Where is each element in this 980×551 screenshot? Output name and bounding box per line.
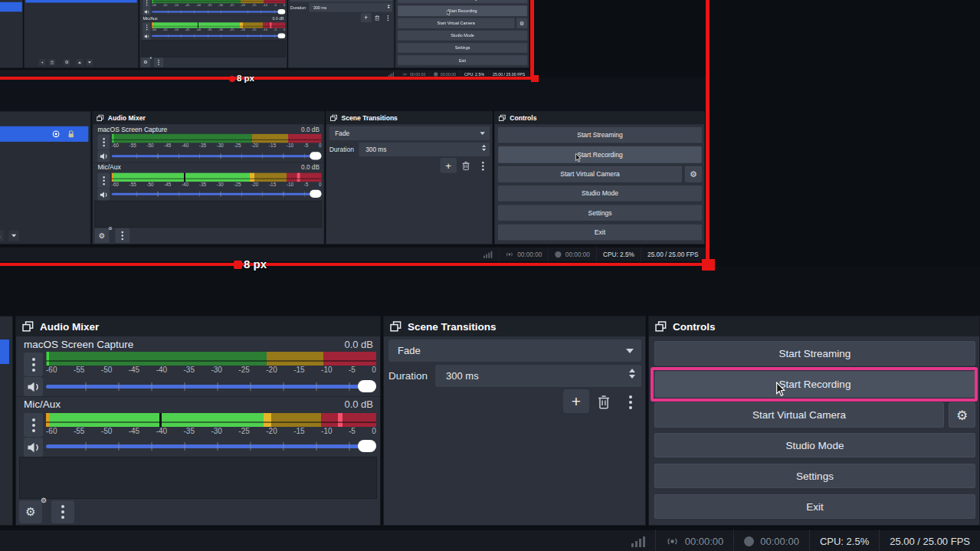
channel-kebab-menu-icon[interactable]	[24, 353, 43, 376]
speaker-icon[interactable]	[97, 150, 110, 162]
meter-tick-label: -60	[112, 182, 119, 188]
speaker-icon[interactable]	[24, 377, 43, 396]
studio-mode-button[interactable]: Studio Mode	[498, 185, 702, 201]
exit-button[interactable]: Exit	[398, 55, 527, 65]
meter-tick-label: -15	[269, 182, 276, 188]
meter-tick-label: -45	[164, 143, 171, 149]
volume-slider[interactable]	[46, 380, 376, 392]
add-transition-button[interactable]: +	[440, 158, 457, 173]
virtual-camera-gear-icon[interactable]: ⚙	[949, 402, 975, 428]
spinner-down-icon[interactable]	[629, 375, 635, 379]
mixer-kebab-menu-icon[interactable]	[154, 57, 163, 67]
move-source-down-icon[interactable]	[8, 231, 19, 241]
transition-select[interactable]: Fade	[290, 0, 392, 2]
start-virtual-camera-button[interactable]: Start Virtual Camera	[654, 402, 944, 428]
duration-input[interactable]: 300 ms	[309, 3, 392, 12]
add-source-icon[interactable]: +	[39, 59, 46, 66]
start-recording-button[interactable]: Start Recording	[498, 146, 702, 163]
volume-slider-handle[interactable]	[278, 9, 286, 14]
channel-kebab-menu-icon[interactable]	[143, 0, 150, 8]
channel-kebab-menu-icon[interactable]	[24, 413, 43, 437]
add-transition-button[interactable]: +	[563, 389, 589, 413]
speaker-icon[interactable]	[143, 8, 150, 15]
advanced-audio-gear-icon[interactable]: ⚙	[95, 228, 110, 243]
transitions-kebab-menu-icon[interactable]	[478, 160, 488, 173]
volume-slider-handle[interactable]	[310, 152, 321, 159]
volume-slider[interactable]	[112, 190, 322, 198]
channel-kebab-menu-icon[interactable]	[97, 134, 110, 149]
mixer-kebab-menu-icon[interactable]	[51, 500, 74, 523]
move-source-up-icon[interactable]	[0, 231, 4, 241]
exit-button[interactable]: Exit	[654, 494, 975, 519]
move-source-down-icon[interactable]	[86, 59, 93, 66]
studio-mode-button[interactable]: Studio Mode	[398, 31, 527, 41]
volume-slider[interactable]	[46, 440, 376, 452]
spinner-down-icon[interactable]	[388, 7, 390, 8]
speaker-icon[interactable]	[143, 32, 150, 40]
scene-list-selected-row[interactable]	[0, 2, 22, 12]
record-time: 00:00:00	[565, 251, 590, 258]
lock-icon[interactable]	[67, 130, 75, 138]
meter-tick-label: -60	[112, 143, 119, 149]
exit-button[interactable]: Exit	[498, 225, 702, 240]
speaker-icon[interactable]	[97, 189, 110, 201]
duration-spinner[interactable]	[482, 145, 486, 151]
start-virtual-camera-button[interactable]: Start Virtual Camera	[398, 18, 515, 28]
meter-scale: -60-55-50-45-40-35-30-25-20-15-10-50	[46, 366, 376, 375]
dock-icon	[22, 321, 34, 332]
source-list-selected-row[interactable]: macOS Screen Capture	[0, 339, 9, 364]
start-streaming-button[interactable]: Start Streaming	[398, 0, 527, 3]
remove-transition-icon[interactable]	[373, 14, 382, 22]
meter-tick-label: -35	[199, 182, 206, 188]
transitions-kebab-menu-icon[interactable]	[385, 14, 391, 22]
tutorial-composite: macOS Screen Capture + ⚙	[0, 0, 980, 551]
speaker-icon[interactable]	[24, 438, 43, 457]
start-virtual-camera-button[interactable]: Start Virtual Camera	[498, 166, 682, 182]
source-properties-gear-icon[interactable]: ⚙	[64, 59, 70, 66]
duration-spinner[interactable]	[629, 369, 635, 379]
volume-slider-handle[interactable]	[358, 440, 376, 452]
volume-slider-handle[interactable]	[278, 33, 286, 38]
transition-select[interactable]: Fade	[329, 126, 490, 140]
start-streaming-button[interactable]: Start Streaming	[654, 341, 975, 366]
start-streaming-button[interactable]: Start Streaming	[498, 127, 702, 143]
mixer-kebab-menu-icon[interactable]	[115, 228, 129, 243]
source-list-selected-row[interactable]: macOS Screen Capture	[0, 126, 88, 142]
source-list-selected-row[interactable]: macOS Screen Capture	[25, 0, 136, 2]
duration-spinner[interactable]	[388, 5, 390, 8]
spinner-up-icon[interactable]	[629, 369, 635, 372]
eye-icon[interactable]	[51, 130, 61, 138]
meter-tick-label: -50	[174, 28, 179, 32]
audio-mixer-panel: Audio Mixer macOS Screen Capture 0.0 dB …	[92, 111, 324, 244]
duration-input[interactable]: 300 ms	[435, 365, 641, 387]
remove-transition-icon[interactable]	[594, 392, 614, 412]
duration-label: Duration	[290, 5, 306, 10]
remove-source-icon[interactable]	[49, 59, 56, 66]
volume-slider-handle[interactable]	[310, 190, 321, 198]
settings-button[interactable]: Settings	[498, 205, 702, 221]
studio-mode-button[interactable]: Studio Mode	[654, 433, 975, 458]
start-recording-button[interactable]: Start Recording	[398, 5, 527, 16]
remove-transition-icon[interactable]	[460, 159, 473, 172]
transition-select[interactable]: Fade	[388, 339, 641, 362]
transitions-kebab-menu-icon[interactable]	[623, 392, 638, 412]
volume-slider[interactable]	[152, 9, 285, 14]
virtual-camera-gear-icon[interactable]: ⚙	[685, 166, 702, 182]
channel-kebab-menu-icon[interactable]	[143, 22, 150, 32]
move-source-up-icon[interactable]	[77, 59, 84, 66]
channel-kebab-menu-icon[interactable]	[97, 173, 110, 189]
settings-button[interactable]: Settings	[654, 464, 975, 488]
spinner-up-icon[interactable]	[482, 145, 486, 147]
add-transition-button[interactable]: +	[361, 13, 372, 23]
virtual-camera-gear-icon[interactable]: ⚙	[516, 18, 527, 28]
duration-input[interactable]: 300 ms	[359, 143, 490, 156]
spinner-down-icon[interactable]	[482, 149, 486, 151]
meter-tick-label: -45	[185, 28, 190, 32]
volume-slider[interactable]	[152, 33, 285, 38]
advanced-audio-gear-icon[interactable]: ⚙	[141, 57, 150, 67]
volume-slider[interactable]	[112, 152, 322, 159]
advanced-audio-gear-icon[interactable]: ⚙	[19, 500, 42, 523]
volume-slider-handle[interactable]	[358, 380, 376, 392]
spinner-up-icon[interactable]	[388, 5, 390, 6]
settings-button[interactable]: Settings	[398, 43, 527, 53]
